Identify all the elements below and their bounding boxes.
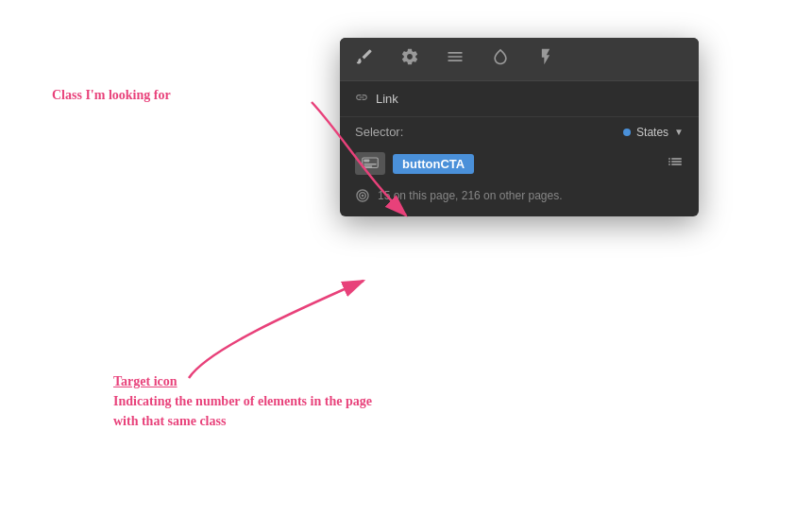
target-icon: [355, 188, 370, 203]
count-text: 15 on this page, 216 on other pages.: [378, 189, 563, 202]
properties-panel: Link Selector: States ▼ buttonCTA: [340, 38, 699, 216]
states-dropdown[interactable]: States ▼: [623, 126, 684, 139]
panel-toolbar: [340, 38, 699, 81]
count-row: 15 on this page, 216 on other pages.: [340, 181, 699, 216]
annotation-class-label: Class I'm looking for: [52, 85, 171, 105]
brush-icon[interactable]: [355, 47, 374, 71]
gear-icon[interactable]: [400, 47, 419, 71]
selector-label: Selector:: [355, 125, 403, 139]
link-row: Link: [340, 81, 699, 117]
svg-rect-2: [364, 163, 377, 165]
annotation-target-line1: Indicating the number of elements in the…: [113, 391, 372, 411]
selector-row: Selector: States ▼: [340, 117, 699, 146]
annotation-target-title-text: Target icon: [113, 374, 178, 388]
link-icon: [355, 91, 368, 107]
annotation-class-text: Class I'm looking for: [52, 88, 171, 102]
svg-point-4: [362, 195, 364, 198]
states-label: States: [636, 126, 668, 139]
arrow-to-target: [189, 281, 364, 378]
states-dot: [623, 129, 631, 136]
annotation-target-title: Target icon: [113, 371, 372, 391]
element-icon: [355, 152, 385, 175]
svg-rect-3: [364, 165, 372, 167]
chevron-down-icon: ▼: [674, 127, 684, 137]
list-view-icon[interactable]: [667, 153, 684, 174]
svg-rect-1: [364, 160, 369, 163]
drops-icon[interactable]: [491, 47, 510, 71]
class-name-tag[interactable]: buttonCTA: [393, 154, 474, 174]
lines-icon[interactable]: [446, 47, 465, 71]
annotation-target-line2: with that same class: [113, 411, 372, 431]
class-input-row: buttonCTA: [340, 146, 699, 181]
link-label: Link: [376, 92, 398, 106]
annotation-target-block: Target icon Indicating the number of ele…: [113, 371, 372, 431]
bolt-icon[interactable]: [536, 47, 555, 71]
